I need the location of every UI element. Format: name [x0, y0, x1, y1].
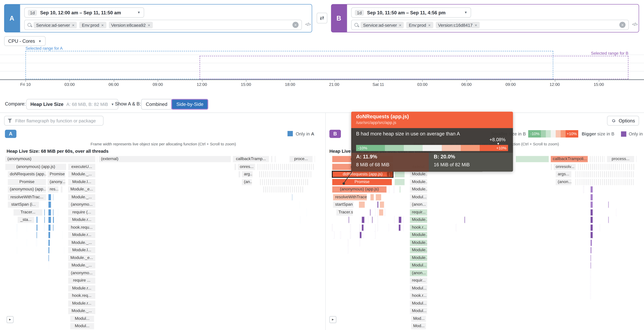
flame-frame[interactable]: requir...	[410, 209, 428, 216]
flame-sliver[interactable]	[377, 201, 379, 208]
flame-sliver[interactable]	[358, 201, 365, 208]
flame-sliver[interactable]	[394, 216, 395, 223]
remove-filter-icon[interactable]: ×	[72, 22, 74, 27]
flame-sliver[interactable]	[44, 209, 45, 216]
flame-sliver[interactable]	[64, 247, 64, 254]
flame-sliver[interactable]	[384, 209, 385, 216]
flame-sliver[interactable]	[234, 163, 236, 170]
flame-frame[interactable]: Promise	[7, 178, 46, 185]
flame-sliver[interactable]	[52, 216, 54, 223]
flame-frame[interactable]: require (...	[68, 209, 96, 216]
flame-sliver[interactable]	[16, 224, 17, 231]
flame-frame[interactable]: Modul...	[410, 194, 428, 201]
flame-sliver[interactable]	[263, 186, 304, 193]
flamegraph-b[interactable]: (anonymous)callbackTrampoli...process...…	[328, 156, 644, 330]
flame-sliver[interactable]	[36, 239, 37, 246]
flame-frame[interactable]: Modul...	[410, 308, 428, 315]
flame-frame[interactable]: (an...	[242, 178, 252, 185]
flame-sliver[interactable]	[583, 186, 584, 193]
flame-sliver[interactable]	[350, 232, 351, 239]
flame-frame[interactable]: Tracer.s...	[336, 209, 353, 216]
flame-sliver[interactable]	[257, 163, 315, 170]
remove-filter-icon[interactable]: ×	[101, 22, 104, 27]
flame-sliver[interactable]	[590, 209, 593, 216]
flame-frame[interactable]: hook.r...	[410, 292, 428, 299]
flame-sliver[interactable]	[590, 239, 592, 246]
flame-sliver[interactable]	[374, 224, 375, 231]
flame-sliver[interactable]	[399, 186, 401, 193]
flame-frame[interactable]: doNRequests (app.js)⋮	[332, 171, 394, 178]
flame-frame[interactable]: Module...	[410, 171, 428, 178]
filter-chip[interactable]: Env:prod×	[80, 21, 106, 28]
flame-frame[interactable]: res...	[47, 186, 59, 193]
flame-sliver[interactable]	[590, 247, 592, 254]
flame-frame[interactable]: Module...	[410, 232, 428, 239]
flame-frame[interactable]: Modul...	[410, 285, 428, 292]
flame-sliver[interactable]	[48, 209, 51, 216]
time-range-picker-b[interactable]: 1d Sep 10, 11:50 am – Sep 11, 4:56 pm ▼	[351, 7, 471, 17]
flame-frame[interactable]: Modul...	[70, 315, 94, 322]
flame-sliver[interactable]	[590, 201, 593, 208]
code-view-icon[interactable]: </>	[305, 22, 310, 27]
flame-sliver[interactable]	[52, 224, 54, 231]
flame-sliver[interactable]	[27, 239, 28, 246]
flame-sliver[interactable]	[270, 156, 273, 163]
clear-search-icon[interactable]: ×	[619, 22, 626, 28]
flame-sliver[interactable]	[334, 232, 334, 239]
flame-frame[interactable]: _sta...	[17, 216, 34, 223]
flame-sliver[interactable]	[590, 216, 593, 223]
flame-sliver[interactable]	[550, 163, 552, 170]
flame-sliver[interactable]	[48, 232, 50, 239]
flame-frame[interactable]: Promise	[332, 178, 392, 185]
flame-frame[interactable]: (anonymous) (app.js)	[332, 186, 387, 193]
flame-sliver[interactable]	[398, 216, 402, 223]
flame-sliver[interactable]	[48, 201, 51, 208]
flame-sliver[interactable]	[590, 186, 593, 193]
flame-frame[interactable]: Module._e...	[68, 254, 96, 261]
flame-sliver[interactable]	[600, 224, 600, 231]
flame-sliver[interactable]	[394, 186, 394, 193]
search-input-a[interactable]: Service:ad-server×Env:prod×Version:e8cae…	[24, 20, 302, 30]
flame-frame[interactable]: doNRequests (app...	[7, 171, 46, 178]
flame-frame[interactable]: (anon...	[410, 270, 428, 277]
flame-frame[interactable]: Module.r...	[68, 285, 96, 292]
flame-sliver[interactable]	[362, 224, 364, 231]
flame-sliver[interactable]	[52, 194, 54, 201]
clear-search-icon[interactable]: ×	[292, 22, 298, 28]
flame-frame[interactable]: Promise	[47, 171, 66, 178]
flame-frame[interactable]: executeU...	[68, 163, 96, 170]
flame-frame[interactable]: Module._...	[68, 262, 96, 269]
flame-sliver[interactable]	[48, 254, 49, 261]
flame-frame[interactable]: (anon...	[555, 178, 572, 185]
flame-sliver[interactable]	[48, 224, 51, 231]
flame-frame[interactable]: arg...	[242, 171, 253, 178]
flame-sliver[interactable]	[374, 209, 375, 216]
expand-panel-a-button[interactable]: ▸	[6, 316, 14, 323]
flame-sliver[interactable]	[36, 232, 38, 239]
flame-frame[interactable]: Module...	[410, 254, 428, 261]
flame-sliver[interactable]	[590, 232, 593, 239]
flame-frame[interactable]: Modul...	[410, 262, 428, 269]
flamegraph-a[interactable]: (anonymous)(external)callbackTramp...pro…	[4, 156, 322, 330]
flame-sliver[interactable]	[238, 171, 241, 178]
flame-frame[interactable]: Mod...	[411, 315, 426, 322]
flame-sliver[interactable]	[96, 156, 98, 163]
flame-frame[interactable]: requir...	[410, 277, 428, 284]
flame-sliver[interactable]	[578, 163, 635, 170]
flame-sliver[interactable]	[370, 194, 374, 201]
flame-frame[interactable]: (anonymous)	[5, 156, 96, 163]
filter-chip[interactable]: Env:prod×	[406, 21, 433, 28]
flame-sliver[interactable]	[292, 194, 293, 201]
flame-sliver[interactable]	[52, 209, 54, 216]
combined-mode-button[interactable]: Combined	[141, 99, 172, 110]
flame-frame[interactable]: Module.r...	[68, 300, 96, 307]
flame-sliver[interactable]	[456, 224, 457, 231]
flame-sliver[interactable]	[398, 224, 401, 231]
flame-frame[interactable]: hook.req...	[68, 292, 96, 299]
flame-sliver[interactable]	[306, 209, 307, 216]
flame-sliver[interactable]	[372, 216, 373, 223]
flame-frame[interactable]: Mod...	[411, 323, 426, 330]
flame-sliver[interactable]	[590, 254, 592, 261]
flame-sliver[interactable]	[48, 216, 51, 223]
flame-frame[interactable]: Tracer...	[13, 209, 43, 216]
